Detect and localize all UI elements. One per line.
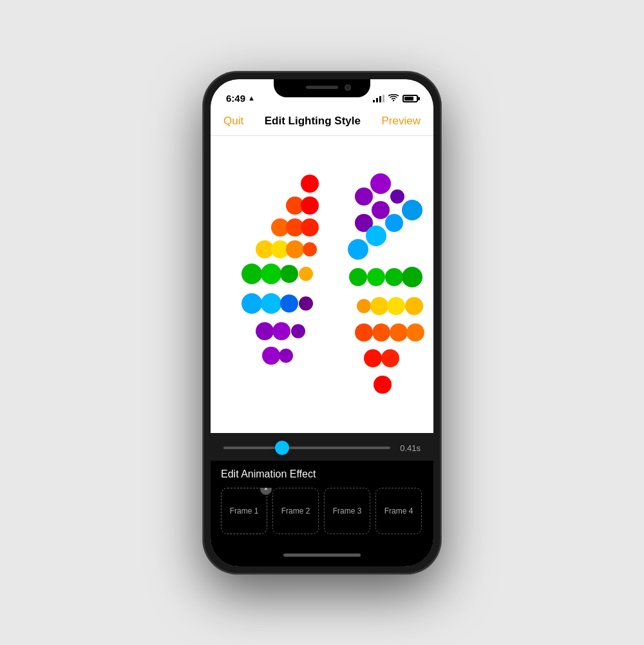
frame-label: Frame 3 [333,506,362,515]
quit-button[interactable]: Quit [223,115,243,128]
dot [242,264,262,284]
phone-frame: 6:49 ▲ [203,72,441,574]
frame-item[interactable]: ×Frame 1 [221,488,267,534]
dot [303,242,317,256]
slider-fill [223,447,282,449]
dot [242,293,262,314]
dot [261,293,281,314]
dot [355,188,373,206]
status-time: 6:49 [226,93,245,104]
dot [405,297,423,315]
dot [366,226,386,246]
dot [390,189,404,204]
slider-value: 0.41s [398,443,421,453]
nav-bar: Quit Edit Lighting Style Preview [211,108,433,136]
dot [390,323,408,342]
frame-label: Frame 2 [281,506,310,515]
dot [381,349,399,367]
wifi-icon [388,94,399,104]
dot [280,265,298,283]
speaker [306,86,338,89]
dot [355,323,373,342]
location-icon: ▲ [248,94,255,102]
dot [280,294,298,313]
camera [345,84,351,91]
frame-label: Frame 4 [384,506,413,515]
dot [299,296,313,311]
canvas-area [211,136,433,433]
home-bar [211,544,433,566]
dot [348,239,368,260]
dot [261,264,281,284]
notch [274,79,370,97]
dot [272,322,290,340]
dot [385,268,403,286]
signal-icon [373,95,384,102]
home-indicator [283,554,361,557]
dot [286,240,304,258]
slider-section: 0.41s [211,433,433,461]
dot [406,323,424,342]
dot [370,173,391,194]
frames-row: ×Frame 1Frame 2Frame 3Frame 4Fram... [221,488,423,539]
dot [291,324,305,338]
dot [402,267,422,287]
animation-section: Edit Animation Effect ×Frame 1Frame 2Fra… [211,461,433,544]
bottom-panel: 0.41s Edit Animation Effect ×Frame 1Fram… [211,433,433,566]
frame-item[interactable]: Frame 3 [324,488,370,534]
frame-item[interactable]: Frame 2 [272,488,319,534]
dot [387,297,405,315]
frame-label: Frame 1 [230,506,259,515]
screen: 6:49 ▲ [211,79,433,566]
dot [349,268,367,286]
dot [364,349,382,367]
dot [372,323,390,342]
dot [370,297,388,315]
preview-button[interactable]: Preview [382,115,421,128]
dot [301,197,319,215]
dot [374,376,392,394]
dot [299,267,313,281]
dot [279,349,293,363]
battery-icon [402,95,418,102]
dot [367,268,385,286]
dot [262,347,280,365]
frame-delete-button[interactable]: × [260,488,272,495]
dot [301,218,319,236]
animation-title: Edit Animation Effect [221,468,423,480]
dot [402,200,422,220]
dot [357,299,371,313]
dot [301,175,319,193]
phone-inner: 6:49 ▲ [211,79,433,566]
slider-track[interactable] [223,447,390,449]
frame-item[interactable]: Frame 4 [375,488,422,534]
page-title: Edit Lighting Style [265,115,361,128]
dot [385,214,403,232]
slider-thumb[interactable] [275,441,289,455]
dots-canvas [211,136,433,433]
dot [372,201,390,219]
dot [256,322,274,340]
